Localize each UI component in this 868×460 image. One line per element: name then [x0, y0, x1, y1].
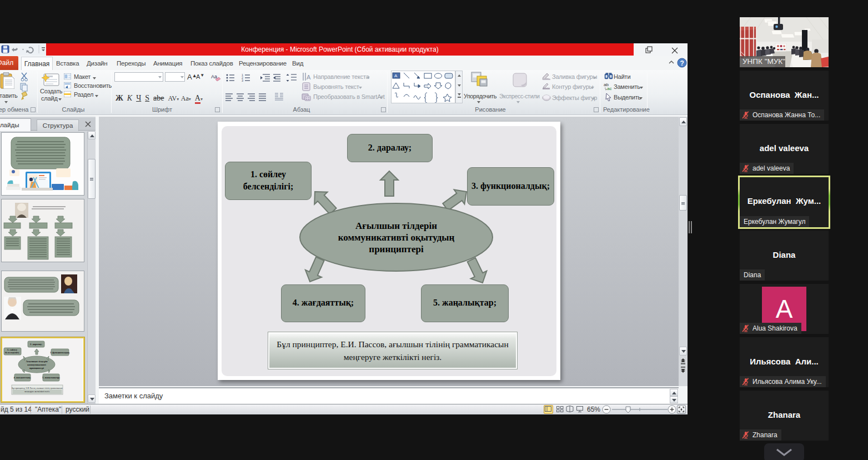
- svg-text:3. функционалдық;: 3. функционалдық;: [50, 351, 69, 354]
- svg-text:A: A: [394, 73, 398, 78]
- svg-text:2. даралау;: 2. даралау;: [30, 343, 43, 346]
- svg-text:A: A: [307, 74, 311, 81]
- svg-text:Aa: Aa: [211, 74, 217, 79]
- svg-text:4. жағдаяттық;: 4. жағдаяттық;: [13, 376, 31, 379]
- svg-text:?: ?: [680, 59, 684, 67]
- svg-text:5. жаңалықтар;: 5. жаңалықтар;: [42, 376, 61, 379]
- svg-text:ac: ac: [607, 86, 611, 91]
- svg-text:меңгеруге жеткілікті негіз.: меңгеруге жеткілікті негіз.: [24, 390, 50, 393]
- svg-text:Ағылшын тілдерін: Ағылшын тілдерін: [26, 360, 48, 363]
- svg-text:белсенділігі;: белсенділігі;: [5, 351, 19, 354]
- svg-text:принциптері: принциптері: [29, 367, 44, 369]
- svg-text:коммуникативті: коммуникативті: [27, 363, 46, 366]
- svg-text:3: 3: [242, 79, 243, 82]
